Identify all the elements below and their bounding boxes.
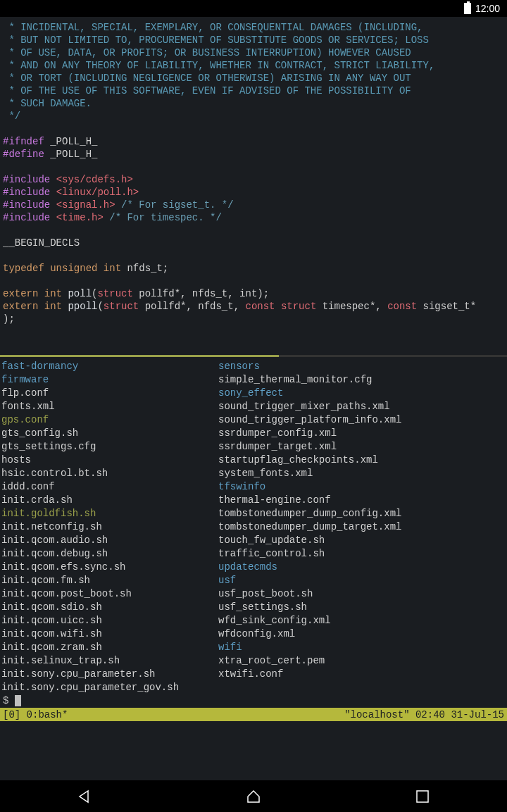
- tmux-window-label: [0] 0:bash*: [3, 709, 68, 720]
- ls-entry: init.qcom.wifi.sh: [1, 627, 218, 641]
- android-nav-bar: [0, 780, 507, 812]
- ls-entry: tombstonedumper_dump_config.xml: [218, 507, 506, 520]
- blank-line: [3, 325, 504, 338]
- svg-rect-0: [417, 791, 428, 802]
- blank-line: [3, 224, 504, 237]
- extern-poll: extern int poll(struct pollfd*, nfds_t, …: [3, 287, 504, 300]
- tmux-status-bar[interactable]: [0] 0:bash* "localhost" 02:40 31-Jul-15: [0, 708, 507, 721]
- ls-entry: wfdconfig.xml: [218, 627, 506, 641]
- ls-entry: thermal-engine.conf: [218, 494, 506, 507]
- nav-back-button[interactable]: [76, 788, 93, 805]
- terminal-viewport[interactable]: * INCIDENTAL, SPECIAL, EXEMPLARY, OR CON…: [0, 17, 507, 780]
- ls-entry: usf_settings.sh: [218, 601, 506, 614]
- ls-entry: init.sony.cpu_parameter.sh: [1, 668, 218, 681]
- shell-pane[interactable]: fast-dormancyfirmwareflp.conffonts.xmlgp…: [0, 357, 507, 708]
- include-line: #include <sys/cdefs.h>: [3, 173, 504, 186]
- ls-entry: init.qcom.post_boot.sh: [1, 587, 218, 601]
- blank-line: [3, 123, 504, 135]
- blank-line: [3, 161, 504, 173]
- ls-entry: iddd.conf: [1, 480, 218, 494]
- ls-entry: updatecmds: [218, 561, 506, 574]
- ifndef-line: #ifndef _POLL_H_: [3, 135, 504, 148]
- ls-entry: wifi: [218, 641, 506, 654]
- ls-entry: wfd_sink_config.xml: [218, 614, 506, 627]
- ls-entry: startupflag_checkpoints.xml: [218, 454, 506, 467]
- extern-ppoll: extern int ppoll(struct pollfd*, nfds_t,…: [3, 300, 504, 313]
- include-line: #include <time.h> /* For timespec. */: [3, 211, 504, 224]
- battery-icon: [464, 3, 471, 14]
- ls-entry: tombstonedumper_dump_target.xml: [218, 520, 506, 534]
- ls-entry: init.qcom.zram.sh: [1, 641, 218, 654]
- blank-line: [3, 275, 504, 287]
- ls-entry: init.qcom.efs.sync.sh: [1, 561, 218, 574]
- ls-entry: flp.conf: [1, 387, 218, 400]
- ls-entry: xtra_root_cert.pem: [218, 654, 506, 668]
- license-comment: * INCIDENTAL, SPECIAL, EXEMPLARY, OR CON…: [3, 21, 504, 123]
- blank-line: [3, 249, 504, 262]
- ls-entry: sony_effect: [218, 387, 506, 400]
- ls-entry: fonts.xml: [1, 400, 218, 413]
- tmux-clock: "localhost" 02:40 31-Jul-15: [344, 709, 504, 720]
- ls-entry: sound_trigger_platform_info.xml: [218, 413, 506, 427]
- ls-entry: system_fonts.xml: [218, 467, 506, 480]
- ls-entry: gts_config.sh: [1, 427, 218, 440]
- ls-entry: sensors: [218, 360, 506, 373]
- ls-entry: init.crda.sh: [1, 494, 218, 507]
- ls-entry: usf: [218, 574, 506, 587]
- cursor: [15, 695, 21, 706]
- typedef-line: typedef unsigned int nfds_t;: [3, 262, 504, 275]
- blank-line: [3, 338, 504, 351]
- ls-entry: sound_trigger_mixer_paths.xml: [218, 400, 506, 413]
- begin-decls: __BEGIN_DECLS: [3, 237, 504, 249]
- shell-prompt[interactable]: $: [1, 694, 506, 708]
- ls-entry: tfswinfo: [218, 480, 506, 494]
- status-clock: 12:00: [475, 3, 500, 14]
- ls-entry: init.qcom.debug.sh: [1, 547, 218, 561]
- android-status-bar: 12:00: [0, 0, 507, 17]
- recent-icon: [415, 789, 430, 804]
- ls-entry: touch_fw_update.sh: [218, 534, 506, 547]
- ls-entry: init.qcom.audio.sh: [1, 534, 218, 547]
- ls-entry: init.selinux_trap.sh: [1, 654, 218, 668]
- home-icon: [246, 789, 261, 804]
- ls-entry: usf_post_boot.sh: [218, 587, 506, 601]
- ls-entry: simple_thermal_monitor.cfg: [218, 373, 506, 387]
- ls-entry: init.sony.cpu_parameter_gov.sh: [1, 681, 218, 694]
- ls-entry: xtwifi.conf: [218, 668, 506, 681]
- editor-pane[interactable]: * INCIDENTAL, SPECIAL, EXEMPLARY, OR CON…: [0, 17, 507, 355]
- ls-output: fast-dormancyfirmwareflp.conffonts.xmlgp…: [1, 360, 506, 694]
- nav-recent-button[interactable]: [414, 788, 431, 805]
- include-line: #include <linux/poll.h>: [3, 186, 504, 199]
- nav-home-button[interactable]: [245, 788, 262, 805]
- ls-entry: init.qcom.fm.sh: [1, 574, 218, 587]
- ls-entry: init.qcom.sdio.sh: [1, 601, 218, 614]
- extern-ppoll-end: );: [3, 313, 504, 325]
- include-line: #include <signal.h> /* For sigset_t. */: [3, 199, 504, 211]
- ls-entry: ssrdumper_config.xml: [218, 427, 506, 440]
- ls-entry: fast-dormancy: [1, 360, 218, 373]
- ls-entry: gts_settings.cfg: [1, 440, 218, 454]
- define-line: #define _POLL_H_: [3, 148, 504, 161]
- ls-entry: init.goldfish.sh: [1, 507, 218, 520]
- ls-entry: hosts: [1, 454, 218, 467]
- back-icon: [77, 789, 92, 804]
- ls-entry: firmware: [1, 373, 218, 387]
- ls-entry: init.qcom.uicc.sh: [1, 614, 218, 627]
- ls-entry: gps.conf: [1, 413, 218, 427]
- ls-entry: hsic.control.bt.sh: [1, 467, 218, 480]
- ls-entry: init.netconfig.sh: [1, 520, 218, 534]
- ls-entry: ssrdumper_target.xml: [218, 440, 506, 454]
- ls-entry: traffic_control.sh: [218, 547, 506, 561]
